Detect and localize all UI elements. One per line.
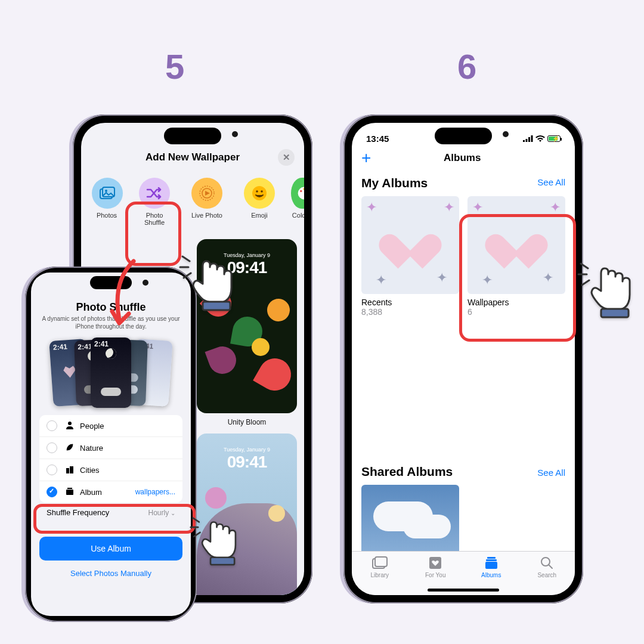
see-all-link[interactable]: See All — [537, 177, 565, 187]
albums-icon — [485, 556, 498, 571]
option-value[interactable]: wallpapers... — [135, 488, 175, 496]
svg-rect-18 — [528, 137, 530, 142]
svg-rect-14 — [67, 488, 72, 489]
shared-album-thumbnail[interactable] — [361, 485, 459, 556]
svg-rect-39 — [601, 309, 628, 317]
wallpaper-clock: Tuesday, January 909:41 — [197, 447, 297, 472]
radio-unchecked-icon — [47, 442, 57, 453]
option-album[interactable]: Album wallpapers... — [39, 481, 182, 503]
buildings-icon — [64, 465, 75, 475]
tap-hand-icon — [178, 249, 237, 317]
category-photo-shuffle[interactable]: Photo Shuffle — [134, 178, 175, 226]
svg-line-30 — [184, 273, 191, 278]
svg-rect-25 — [485, 562, 497, 569]
album-thumbnail: ✦✦✦✦ — [361, 196, 459, 294]
option-label: Cities — [80, 466, 100, 475]
svg-rect-21 — [375, 557, 387, 566]
photos-icon — [92, 178, 123, 209]
option-nature[interactable]: Nature — [39, 437, 182, 459]
category-photos[interactable]: Photos — [91, 178, 123, 226]
category-label: Emoji — [251, 212, 268, 219]
signal-icon — [523, 134, 533, 144]
step-number-5: 5 — [165, 47, 184, 86]
wallpaper-title: Unity Bloom — [197, 418, 297, 426]
album-name: Recents — [361, 298, 459, 307]
tab-search[interactable]: Search — [519, 552, 575, 595]
svg-rect-16 — [523, 140, 525, 142]
shuffle-source-list: People Nature Cities — [39, 415, 182, 503]
album-thumbnail: ✦✦✦✦ — [467, 196, 565, 294]
svg-line-38 — [582, 280, 589, 285]
battery-icon: ⚡ — [547, 135, 561, 142]
radio-checked-icon — [47, 487, 57, 497]
album-recents[interactable]: ✦✦✦✦ Recents 8,388 — [361, 196, 459, 317]
svg-rect-13 — [70, 466, 73, 473]
svg-point-6 — [256, 190, 258, 193]
svg-line-34 — [194, 532, 200, 537]
tap-hand-icon — [188, 512, 241, 571]
category-label: Photo Shuffle — [144, 212, 165, 226]
svg-rect-23 — [487, 557, 496, 559]
svg-rect-12 — [66, 468, 69, 473]
shuffle-frequency-row[interactable]: Shuffle Frequency Hourly — [39, 503, 182, 522]
album-name: Wallpapers — [467, 298, 565, 307]
radio-unchecked-icon — [47, 420, 57, 431]
svg-point-7 — [261, 190, 263, 193]
arrow-icon — [106, 258, 142, 329]
album-count: 8,388 — [361, 307, 459, 317]
category-color[interactable]: Color — [291, 178, 304, 226]
wallpaper-category-row: Photos Photo Shuffle Live Photo Emoji — [81, 173, 304, 230]
close-icon: ✕ — [283, 152, 290, 163]
category-live-photo[interactable]: Live Photo — [186, 178, 228, 226]
svg-point-8 — [300, 190, 302, 192]
svg-rect-35 — [210, 558, 234, 565]
category-emoji[interactable]: Emoji — [239, 178, 280, 226]
shuffle-icon — [139, 178, 170, 209]
select-photos-manually-button[interactable]: Select Photos Manually — [39, 561, 182, 586]
shuffle-preview: 2:41 2:41 2:41 2:41 2:41 — [39, 336, 182, 408]
color-icon — [291, 178, 304, 209]
album-icon — [64, 487, 75, 497]
tab-label: Albums — [481, 572, 501, 578]
live-photo-icon — [191, 178, 222, 209]
radio-unchecked-icon — [47, 465, 57, 475]
option-people[interactable]: People — [39, 415, 182, 437]
foryou-icon — [429, 556, 442, 571]
see-all-link[interactable]: See All — [537, 467, 565, 478]
freq-label: Shuffle Frequency — [47, 508, 109, 517]
tab-label: Search — [537, 572, 556, 578]
category-label: Color — [291, 212, 304, 219]
close-button[interactable]: ✕ — [278, 149, 295, 166]
svg-rect-17 — [526, 139, 528, 142]
sheet-title: Add New Wallpaper — [107, 151, 278, 163]
svg-point-5 — [252, 186, 267, 200]
svg-line-27 — [549, 565, 552, 568]
tap-hand-icon — [576, 256, 636, 324]
library-icon — [372, 556, 388, 571]
tab-label: Library — [370, 572, 389, 578]
svg-point-2 — [105, 190, 107, 192]
svg-point-11 — [68, 422, 72, 425]
album-wallpapers[interactable]: ✦✦✦✦ Wallpapers 6 — [467, 196, 565, 317]
option-label: Album — [80, 488, 102, 497]
option-cities[interactable]: Cities — [39, 459, 182, 481]
album-count: 6 — [467, 307, 565, 317]
tab-label: For You — [425, 572, 445, 578]
search-icon — [540, 556, 553, 571]
phone-right: 13:45 ⚡ + Albums My Albums See All ✦✦✦✦ … — [343, 114, 583, 603]
person-icon — [64, 421, 75, 431]
leaf-icon — [64, 443, 75, 453]
svg-rect-31 — [203, 302, 230, 310]
svg-rect-24 — [486, 559, 497, 561]
svg-line-28 — [182, 256, 190, 261]
wifi-icon — [535, 134, 545, 144]
tab-library[interactable]: Library — [352, 552, 408, 595]
freq-value: Hourly — [148, 509, 175, 517]
status-time: 13:45 — [366, 134, 389, 144]
emoji-icon — [244, 178, 275, 209]
nav-title: Albums — [359, 152, 565, 164]
svg-rect-15 — [66, 490, 73, 495]
use-album-button[interactable]: Use Album — [39, 537, 182, 561]
option-label: Nature — [80, 444, 103, 453]
svg-line-36 — [581, 264, 588, 268]
